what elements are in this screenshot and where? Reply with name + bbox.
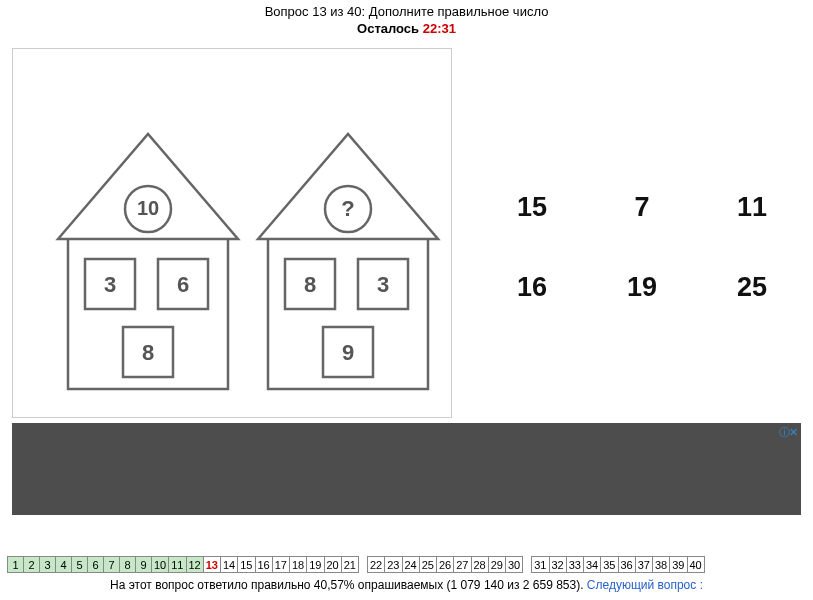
nav-cell-9[interactable]: 9: [135, 556, 152, 573]
nav-cell-26[interactable]: 26: [436, 556, 454, 573]
nav-cell-3[interactable]: 3: [39, 556, 56, 573]
house2-roof: ?: [341, 196, 354, 221]
nav-cell-37[interactable]: 37: [635, 556, 653, 573]
nav-cell-36[interactable]: 36: [618, 556, 636, 573]
timer-value: 22:31: [423, 21, 456, 36]
nav-cell-28[interactable]: 28: [471, 556, 489, 573]
nav-cell-39[interactable]: 39: [669, 556, 687, 573]
nav-cell-32[interactable]: 32: [549, 556, 567, 573]
house1-win1: 3: [104, 272, 116, 297]
nav-cell-19[interactable]: 19: [306, 556, 324, 573]
nav-cell-23[interactable]: 23: [384, 556, 402, 573]
house2-door: 9: [342, 340, 354, 365]
answer-option[interactable]: 15: [517, 192, 547, 223]
nav-cell-16[interactable]: 16: [255, 556, 273, 573]
question-title: Вопрос 13 из 40: Дополните правильное чи…: [0, 4, 813, 21]
nav-cell-35[interactable]: 35: [600, 556, 618, 573]
answer-option[interactable]: 16: [517, 272, 547, 303]
nav-cell-18[interactable]: 18: [289, 556, 307, 573]
nav-cell-21[interactable]: 21: [341, 556, 359, 573]
footer: На этот вопрос ответило правильно 40,57%…: [0, 578, 813, 592]
answer-option[interactable]: 25: [737, 272, 767, 303]
nav-cell-8[interactable]: 8: [119, 556, 136, 573]
nav-cell-2[interactable]: 2: [23, 556, 40, 573]
puzzle-image: 10 3 6 8 ? 8 3 9: [12, 48, 452, 418]
house1-win2: 6: [177, 272, 189, 297]
stats-text: На этот вопрос ответило правильно 40,57%…: [110, 578, 583, 592]
nav-cell-27[interactable]: 27: [453, 556, 471, 573]
nav-cell-5[interactable]: 5: [71, 556, 88, 573]
ad-banner: ⓘ✕: [12, 423, 801, 515]
nav-cell-31[interactable]: 31: [531, 556, 549, 573]
nav-cell-1[interactable]: 1: [7, 556, 24, 573]
answer-option[interactable]: 19: [627, 272, 657, 303]
nav-cell-20[interactable]: 20: [324, 556, 342, 573]
ad-close-icon[interactable]: ⓘ✕: [779, 425, 797, 440]
answer-grid: 15 7 11 16 19 25: [482, 168, 802, 328]
question-nav: 1234567891011121314151617181920212223242…: [7, 556, 705, 573]
nav-cell-6[interactable]: 6: [87, 556, 104, 573]
nav-cell-30[interactable]: 30: [505, 556, 523, 573]
house1-door: 8: [142, 340, 154, 365]
next-question-link[interactable]: Следующий вопрос :: [587, 578, 703, 592]
nav-cell-17[interactable]: 17: [272, 556, 290, 573]
house2-win2: 3: [377, 272, 389, 297]
nav-cell-40[interactable]: 40: [687, 556, 705, 573]
question-header: Вопрос 13 из 40: Дополните правильное чи…: [0, 0, 813, 38]
house-2: ? 8 3 9: [258, 134, 438, 389]
nav-cell-4[interactable]: 4: [55, 556, 72, 573]
nav-cell-24[interactable]: 24: [402, 556, 420, 573]
nav-cell-14[interactable]: 14: [220, 556, 238, 573]
timer-line: Осталось 22:31: [0, 21, 813, 38]
nav-cell-11[interactable]: 11: [168, 556, 186, 573]
house-1: 10 3 6 8: [58, 134, 238, 389]
house1-roof: 10: [137, 197, 159, 219]
nav-cell-7[interactable]: 7: [103, 556, 120, 573]
nav-cell-33[interactable]: 33: [566, 556, 584, 573]
house2-win1: 8: [304, 272, 316, 297]
nav-cell-12[interactable]: 12: [186, 556, 204, 573]
nav-cell-22[interactable]: 22: [367, 556, 385, 573]
remain-label: Осталось: [357, 21, 419, 36]
answer-option[interactable]: 11: [737, 192, 767, 223]
nav-cell-10[interactable]: 10: [151, 556, 169, 573]
nav-cell-38[interactable]: 38: [652, 556, 670, 573]
nav-cell-15[interactable]: 15: [237, 556, 255, 573]
nav-cell-25[interactable]: 25: [419, 556, 437, 573]
nav-cell-13[interactable]: 13: [203, 556, 221, 573]
content-area: 10 3 6 8 ? 8 3 9 15: [12, 48, 813, 418]
answer-option[interactable]: 7: [634, 192, 649, 223]
nav-cell-34[interactable]: 34: [583, 556, 601, 573]
nav-cell-29[interactable]: 29: [488, 556, 506, 573]
